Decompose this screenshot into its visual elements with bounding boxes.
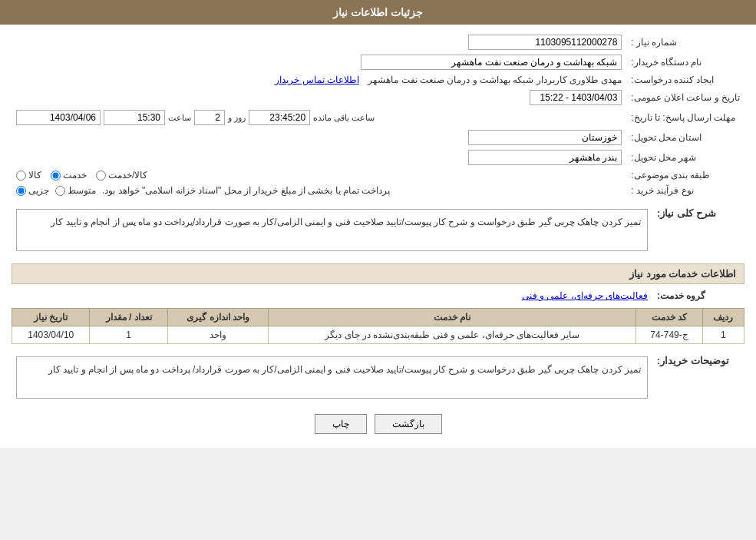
days-label: روز و [228,113,246,123]
buyer-desc-label: توضیحات خریدار: [657,355,729,366]
need-number-label: شماره نیاز : [626,32,744,52]
announce-date-label: تاریخ و ساعت اعلان عمومی: [626,88,744,108]
purchase-individual-item[interactable]: جزیی [16,185,49,196]
category-goods-service-label: کالا/خدمت [108,170,147,181]
need-desc-box: تمیز کردن چاهک چربی گیر طبق درخواست و شر… [16,209,648,251]
col-name: نام خدمت [269,309,636,326]
purchase-individual-radio[interactable] [16,186,26,196]
creator-contact-link[interactable]: اطلاعات تماس خریدار [275,75,359,85]
buyer-org-input[interactable] [361,55,622,70]
buyer-desc-box: تمیز کردن چاهک چربی گیر طبق درخواست و شر… [16,356,648,399]
buyer-desc-section: توضیحات خریدار: تمیز کردن چاهک چربی گیر … [12,350,744,405]
row-name: سایر فعالیت‌های حرفه‌ای، علمی و فنی طبقه… [269,326,636,344]
need-desc-section: شرح کلی نیاز: تمیز کردن چاهک چربی گیر طب… [12,203,744,257]
purchase-type-label: نوع فرآیند خرید : [626,183,744,198]
announce-date-input[interactable] [530,90,622,105]
category-goods-item[interactable]: کالا [16,170,41,181]
creator-text: مهدی طلاوری کاربردار شبکه بهداشت و درمان… [368,75,622,85]
remaining-time-input[interactable] [249,110,310,125]
need-number-value [12,32,626,52]
row-code: ج-749-74 [636,326,703,344]
time-label: ساعت [168,113,191,123]
purchase-medium-item[interactable]: متوسط [55,185,96,196]
deadline-value: ساعت باقی مانده روز و ساعت [12,108,626,128]
col-unit: واحد اندازه گیری [167,309,268,326]
service-group-table: گروه خدمت: فعالیت‌های حرفه‌ای، علمی و فن… [12,288,744,303]
row-date: 1403/04/10 [12,326,90,344]
category-options: کالا/خدمت خدمت کالا [12,167,626,183]
category-service-item[interactable]: خدمت [51,170,87,181]
purchase-medium-label: متوسط [68,185,96,196]
category-goods-service[interactable]: کالا/خدمت [96,170,147,181]
service-group-link[interactable]: فعالیت‌های حرفه‌ای، علمی و فنی [522,290,648,301]
print-button[interactable]: چاپ [315,414,367,434]
need-number-input[interactable] [468,35,622,50]
announce-date-value [12,88,626,108]
table-row: 1 ج-749-74 سایر فعالیت‌های حرفه‌ای، علمی… [12,326,744,344]
service-group-label: گروه خدمت: [657,290,705,301]
col-qty: تعداد / مقدار [90,309,167,326]
service-info-section-header: اطلاعات خدمات مورد نیاز [12,263,744,284]
province-value [12,128,626,147]
action-buttons: بازگشت چاپ [12,414,744,434]
col-date: تاریخ نیاز [12,309,90,326]
buyer-org-label: نام دستگاه خریدار: [626,52,744,72]
category-goods-radio[interactable] [16,171,26,181]
row-unit: واحد [167,326,268,344]
deadline-date-input[interactable] [16,110,101,125]
province-input[interactable] [468,130,622,145]
city-input[interactable] [468,150,622,165]
province-label: استان محل تحویل: [626,128,744,147]
page-title: جزئیات اطلاعات نیاز [333,6,423,18]
city-label: شهر محل تحویل: [626,147,744,167]
remaining-hours-label: ساعت باقی مانده [313,113,375,123]
deadline-time-input[interactable] [104,110,165,125]
services-table: ردیف کد خدمت نام خدمت واحد اندازه گیری ت… [12,308,744,344]
creator-value: مهدی طلاوری کاربردار شبکه بهداشت و درمان… [12,72,626,88]
back-button[interactable]: بازگشت [375,414,442,434]
category-label: طبقه بندی موضوعی: [626,167,744,183]
deadline-label: مهلت ارسال پاسخ: تا تاریخ: [626,108,744,128]
category-gs-radio[interactable] [96,171,106,181]
days-input[interactable] [194,110,225,125]
category-goods-label: کالا [28,170,41,181]
col-row: ردیف [702,309,744,326]
category-service-label: خدمت [63,170,87,181]
row-number: 1 [702,326,744,344]
category-service-radio[interactable] [51,171,61,181]
creator-label: ایجاد کننده درخواست: [626,72,744,88]
purchase-medium-radio[interactable] [55,186,65,196]
purchase-type-options: پرداخت تمام یا بخشی از مبلغ خریدار از مح… [12,183,626,198]
purchase-individual-label: جزیی [28,185,49,196]
purchase-note: پرداخت تمام یا بخشی از مبلغ خریدار از مح… [102,185,390,196]
buyer-org-value [12,52,626,72]
main-info-table: شماره نیاز : نام دستگاه خریدار: ایجاد کن… [12,32,744,198]
row-quantity: 1 [90,326,167,344]
need-desc-section-label: شرح کلی نیاز: [657,207,716,219]
col-code: کد خدمت [636,309,703,326]
city-value [12,147,626,167]
page-header: جزئیات اطلاعات نیاز [0,0,756,25]
